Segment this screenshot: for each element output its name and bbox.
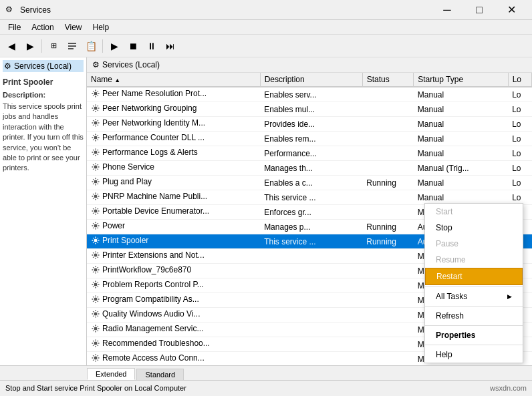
cell-desc: Enables serv...: [260, 87, 362, 102]
cell-desc: Enables mul...: [260, 102, 362, 117]
cell-name: Portable Device Enumerator...: [87, 205, 260, 220]
menu-file[interactable]: File: [3, 21, 26, 33]
col-status[interactable]: Status: [362, 73, 414, 87]
cell-status: Running: [362, 176, 414, 190]
content-header: ⚙ Services (Local): [87, 57, 532, 73]
svg-point-16: [94, 283, 98, 286]
context-menu-item-restart[interactable]: Restart: [425, 268, 523, 285]
context-menu-item-refresh[interactable]: Refresh: [425, 308, 523, 324]
table-row[interactable]: Performance Logs & Alerts Performance...…: [87, 146, 532, 161]
cell-name: PNRP Machine Name Publi...: [87, 190, 260, 205]
stop-service-button[interactable]: ⏹: [124, 37, 142, 55]
svg-point-9: [94, 180, 98, 184]
tab-extended[interactable]: Extended: [87, 368, 135, 380]
tab-standard[interactable]: Standard: [136, 369, 184, 380]
cell-name: Plug and Play: [87, 176, 260, 190]
properties-toolbar-button[interactable]: [63, 37, 81, 55]
cell-name: Power: [87, 220, 260, 234]
menu-bar: File Action View Help: [0, 20, 532, 35]
cell-desc: [260, 278, 362, 293]
cell-desc: Manages p...: [260, 220, 362, 234]
sidebar: ⚙ Services (Local) Print Spooler Descrip…: [0, 57, 87, 365]
table-row[interactable]: Performance Counter DLL ... Enables rem.…: [87, 132, 532, 146]
cell-log: Lo: [508, 87, 531, 102]
forward-button[interactable]: ▶: [21, 37, 39, 55]
restart-service-button[interactable]: ⏭: [162, 37, 179, 55]
menu-help[interactable]: Help: [88, 21, 115, 33]
cell-name: Performance Logs & Alerts: [87, 146, 260, 161]
cell-status: [362, 264, 414, 278]
sidebar-header-text: Services (Local): [14, 61, 72, 71]
cell-name: Problem Reports Control P...: [87, 278, 260, 293]
cell-desc: Enables rem...: [260, 132, 362, 146]
export-button[interactable]: 📋: [82, 37, 100, 55]
cell-desc: Enforces gr...: [260, 205, 362, 220]
cell-name: Radio Management Servic...: [87, 323, 260, 337]
cell-name: Program Compatibility As...: [87, 293, 260, 308]
back-button[interactable]: ◀: [3, 37, 20, 55]
col-log[interactable]: Lo: [508, 73, 531, 87]
context-menu: StartStopPauseResumeRestartAll Tasks▶Ref…: [424, 203, 523, 363]
cell-status: [362, 337, 414, 352]
cell-startup: Manual: [414, 176, 508, 190]
cell-desc: Performance...: [260, 146, 362, 161]
col-name[interactable]: Name ▲: [87, 73, 260, 87]
maximize-button[interactable]: □: [464, 0, 495, 20]
svg-point-21: [94, 357, 98, 360]
svg-point-10: [94, 195, 98, 198]
svg-rect-0: [68, 43, 76, 44]
svg-rect-2: [68, 48, 74, 49]
svg-point-3: [94, 92, 98, 95]
menu-action[interactable]: Action: [26, 21, 59, 33]
table-row[interactable]: Peer Name Resolution Prot... Enables ser…: [87, 87, 532, 102]
context-menu-item-help[interactable]: Help: [425, 347, 523, 363]
minimize-button[interactable]: ─: [432, 0, 462, 20]
cell-log: Lo: [508, 176, 531, 190]
context-menu-separator: [425, 325, 523, 326]
cell-desc: [260, 323, 362, 337]
svg-point-8: [94, 166, 98, 169]
svg-point-6: [94, 136, 98, 140]
cell-startup: Manual (Trig...: [414, 161, 508, 176]
context-menu-separator: [425, 345, 523, 345]
cell-name: Remote Access Auto Conn...: [87, 352, 260, 363]
svg-point-20: [94, 342, 98, 345]
context-menu-item-properties[interactable]: Properties: [425, 327, 523, 343]
context-menu-item-all-tasks[interactable]: All Tasks▶: [425, 288, 523, 305]
context-menu-item-pause: Pause: [425, 236, 523, 252]
col-desc[interactable]: Description: [260, 73, 362, 87]
context-menu-item-stop[interactable]: Stop: [425, 220, 523, 236]
cell-desc: Enables a c...: [260, 176, 362, 190]
svg-point-19: [94, 327, 98, 331]
context-menu-item-resume: Resume: [425, 252, 523, 268]
col-startup[interactable]: Startup Type: [414, 73, 508, 87]
svg-point-7: [94, 151, 98, 154]
cell-status: [362, 205, 414, 220]
cell-startup: Manual: [414, 146, 508, 161]
svg-point-4: [94, 107, 98, 110]
content-icon: ⚙: [92, 60, 100, 69]
sidebar-service-name: Print Spooler: [3, 77, 84, 87]
svg-point-14: [94, 254, 98, 257]
cell-name: Performance Counter DLL ...: [87, 132, 260, 146]
bottom-tabs: Extended Standard: [0, 365, 532, 380]
close-button[interactable]: ✕: [496, 0, 527, 20]
start-service-button[interactable]: ▶: [106, 37, 123, 55]
pause-service-button[interactable]: ⏸: [143, 37, 160, 55]
cell-status: [362, 132, 414, 146]
cell-name: PrintWorkflow_79c6e870: [87, 264, 260, 278]
table-row[interactable]: Peer Networking Grouping Enables mul...M…: [87, 102, 532, 117]
status-right: wsxdn.com: [490, 384, 527, 392]
sidebar-content: Print Spooler Description: This service …: [3, 77, 84, 174]
context-menu-item-start: Start: [425, 204, 523, 220]
cell-status: [362, 323, 414, 337]
context-menu-separator: [425, 306, 523, 307]
cell-desc: [260, 352, 362, 363]
table-row[interactable]: Peer Networking Identity M... Provides i…: [87, 117, 532, 132]
menu-view[interactable]: View: [59, 21, 88, 33]
svg-point-15: [94, 268, 98, 272]
show-hide-button[interactable]: ⊞: [45, 37, 62, 55]
cell-desc: Provides ide...: [260, 117, 362, 132]
table-row[interactable]: Phone Service Manages th...Manual (Trig.…: [87, 161, 532, 176]
table-row[interactable]: Plug and Play Enables a c...RunningManua…: [87, 176, 532, 190]
